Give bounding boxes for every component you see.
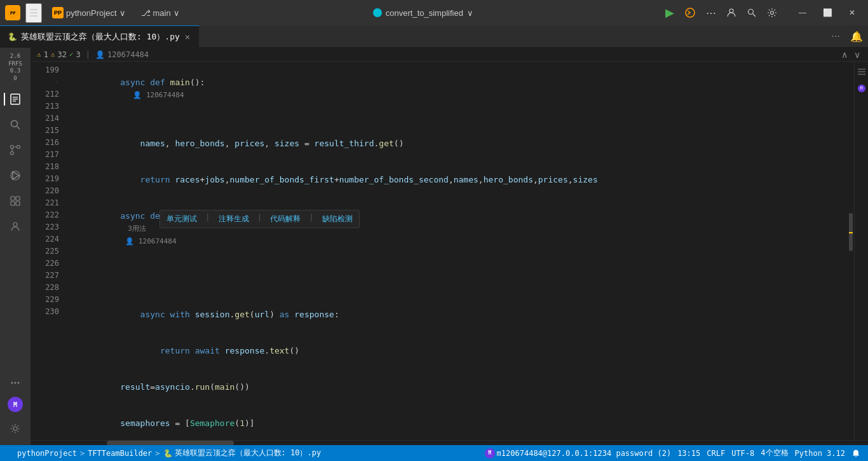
title-actions: ▶ ⋯	[661, 2, 781, 24]
svg-point-22	[13, 223, 17, 226]
svg-rect-21	[16, 202, 20, 205]
activity-bar: 2.6 FRFS 0.3 0	[0, 48, 31, 445]
status-line-ending[interactable]: CRLF	[704, 449, 728, 458]
status-avatar: M	[485, 448, 495, 458]
svg-point-6	[771, 11, 774, 15]
editor-scrollbar[interactable]	[845, 62, 854, 440]
branch-name: main	[153, 8, 171, 18]
ctx-comment-gen[interactable]: 注释生成	[215, 212, 253, 226]
status-time-value: 13:15	[677, 449, 700, 458]
horizontal-scrollbar[interactable]	[31, 440, 868, 445]
code-line: return races+jobs,number_of_bonds_first+…	[71, 162, 845, 198]
sidebar-item-explorer[interactable]	[4, 88, 27, 111]
code-line: async with session.get(url) as response:	[71, 296, 845, 333]
ctx-unit-test[interactable]: 单元测试	[163, 212, 201, 226]
editor-area: ⚠ 1 ⚠ 32 ✓ 3 | 👤 120674484 ∧ ∨ 199 · 212…	[31, 48, 868, 445]
minimize-button[interactable]: —	[791, 4, 814, 21]
status-connection: m120674484@127.0.0.1:1234 password (2)	[497, 449, 672, 458]
convert-chevron: ∨	[467, 8, 473, 18]
svg-point-25	[18, 382, 20, 384]
code-content[interactable]: async def main(): 👤 120674484 names, her…	[65, 62, 845, 440]
project-name: pythonProject	[66, 8, 117, 18]
svg-point-4	[749, 10, 754, 15]
error-count: 32	[57, 50, 66, 59]
info-bar: ⚠ 1 ⚠ 32 ✓ 3 | 👤 120674484 ∧ ∨	[31, 48, 868, 62]
status-crlf: CRLF	[707, 449, 725, 458]
avatar-small[interactable]: M	[857, 83, 867, 93]
svg-rect-27	[858, 69, 865, 70]
ctx-code-explain[interactable]: 代码解释	[266, 212, 304, 226]
code-line	[71, 113, 845, 125]
code-line: names, hero_bonds, prices, sizes = resul…	[71, 125, 845, 162]
info-right: ∧ ∨	[840, 50, 862, 60]
status-project[interactable]: pythonProject > TFTTeamBuilder > 🐍 英雄联盟云…	[5, 448, 323, 458]
sidebar-item-user[interactable]	[4, 215, 27, 238]
status-folder: TFTTeamBuilder	[88, 449, 152, 458]
tab-menu-button[interactable]: ⋯	[826, 25, 845, 47]
h-scrollbar-thumb	[107, 441, 234, 445]
svg-rect-29	[858, 74, 865, 75]
more-button[interactable]: ⋯	[702, 3, 720, 23]
status-language[interactable]: Python 3.12	[792, 449, 848, 458]
status-time[interactable]: 13:15	[675, 449, 703, 458]
context-menu: 单元测试 | 注释生成 | 代码解释 | 缺陷检测	[159, 210, 360, 228]
search-button[interactable]	[743, 4, 761, 22]
user-count: 120674484	[107, 50, 149, 59]
branch-button[interactable]: ⎇ main ∨	[136, 6, 185, 20]
separator: |	[86, 50, 90, 59]
status-encoding[interactable]: UTF-8	[729, 449, 757, 458]
user-avatar[interactable]: M	[8, 397, 23, 412]
hamburger-menu[interactable]: ☰	[25, 3, 42, 23]
status-bell[interactable]	[849, 449, 863, 458]
code-line: return await response.text()	[71, 333, 845, 369]
status-python: Python 3.12	[795, 449, 845, 458]
status-sep1: >	[80, 449, 85, 458]
svg-point-24	[15, 382, 17, 384]
notification-button[interactable]: 🔔	[845, 25, 868, 47]
status-sep2: >	[155, 449, 159, 458]
convert-label: convert_to_simplified	[386, 8, 463, 18]
svg-point-26	[13, 427, 17, 430]
status-avatar-item[interactable]: M m120674484@127.0.0.1:1234 password (2)	[482, 448, 674, 458]
convert-button[interactable]: convert_to_simplified ∨	[373, 8, 473, 18]
code-line: semaphores = [Semaphore(1)]	[71, 405, 845, 440]
user-count-label: 👤	[95, 50, 105, 59]
collapse-button[interactable]: ∧	[840, 50, 849, 60]
sidebar-item-search[interactable]	[4, 113, 27, 136]
status-spaces-value: 4个空格	[761, 448, 788, 458]
check-count: 3	[76, 50, 81, 59]
status-spaces[interactable]: 4个空格	[758, 448, 790, 458]
project-icon: PP	[52, 7, 64, 18]
title-center: convert_to_simplified ∨	[190, 8, 656, 18]
settings-button[interactable]	[763, 4, 781, 22]
svg-line-12	[17, 126, 20, 129]
debug-button[interactable]	[681, 3, 700, 22]
tab-label: 英雄联盟云顶之弈（最大人口数: 10）.py	[21, 31, 180, 43]
status-bar: pythonProject > TFTTeamBuilder > 🐍 英雄联盟云…	[0, 445, 868, 461]
project-button[interactable]: PP pythonProject ∨	[47, 4, 131, 21]
right-sidebar: M	[854, 62, 868, 440]
user-button[interactable]	[722, 4, 740, 22]
run-button[interactable]: ▶	[661, 2, 678, 24]
expand-button[interactable]: ∨	[853, 50, 862, 60]
code-line: async def fetch(session,url): 3用法 👤 1206…	[71, 198, 845, 284]
sidebar-item-more[interactable]	[4, 371, 27, 394]
sidebar-item-source-control[interactable]	[4, 139, 27, 162]
tab-close-button[interactable]: ×	[184, 31, 191, 43]
svg-line-5	[753, 14, 756, 17]
sidebar-item-extensions[interactable]	[4, 189, 27, 212]
active-tab[interactable]: 🐍 英雄联盟云顶之弈（最大人口数: 10）.py ×	[0, 25, 200, 47]
maximize-button[interactable]: ⬜	[815, 4, 840, 21]
sidebar-item-run-debug[interactable]	[4, 164, 27, 187]
svg-rect-18	[11, 196, 15, 200]
outline-icon[interactable]	[857, 67, 867, 77]
status-file-icon: 🐍	[163, 449, 173, 458]
sidebar-item-settings[interactable]	[4, 417, 27, 440]
warning-count: 1	[44, 50, 48, 59]
title-bar: PP ☰ PP pythonProject ∨ ⎇ main ∨ convert…	[0, 0, 868, 25]
close-button[interactable]: ✕	[841, 4, 863, 21]
svg-marker-30	[8, 450, 15, 457]
code-editor[interactable]: 199 · 212 213 214 215 216 217 218 219 22…	[31, 62, 868, 440]
ctx-bug-detect[interactable]: 缺陷检测	[318, 212, 356, 226]
svg-rect-28	[858, 71, 865, 72]
